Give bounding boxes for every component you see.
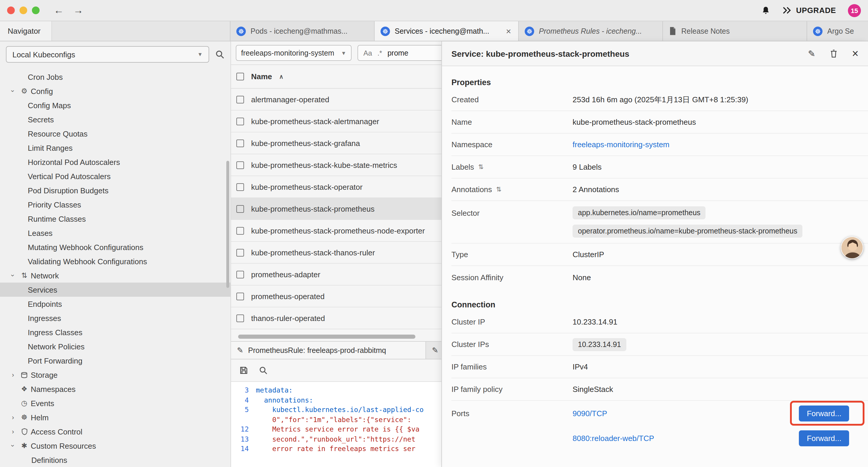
select-all-checkbox[interactable] xyxy=(236,73,244,80)
list-search-input[interactable]: Aa .* prome xyxy=(358,45,441,61)
table-row[interactable]: kube-prometheus-stack-kube-state-metrics xyxy=(231,154,441,176)
sidebar-item-leases[interactable]: Leases xyxy=(0,226,230,240)
row-checkbox[interactable] xyxy=(236,139,244,147)
notification-count-badge[interactable]: 15 xyxy=(848,4,861,17)
history-navigation: ← → xyxy=(54,4,83,16)
table-row[interactable]: kube-prometheus-stack-grafana xyxy=(231,133,441,154)
row-checkbox[interactable] xyxy=(236,161,244,169)
sidebar-item-vertical-pod-autoscalers[interactable]: Vertical Pod Autoscalers xyxy=(0,169,230,183)
row-checkbox[interactable] xyxy=(236,249,244,256)
sidebar-item-limit-ranges[interactable]: Limit Ranges xyxy=(0,141,230,155)
close-drawer-icon[interactable]: × xyxy=(852,48,859,59)
tab-release-notes[interactable]: Release Notes xyxy=(663,21,807,41)
horizontal-scrollbar-thumb[interactable] xyxy=(238,334,415,339)
forward-button[interactable]: Forward... xyxy=(799,430,849,446)
sort-ascending-icon[interactable]: ∧ xyxy=(279,73,284,80)
sidebar-item-pod-disruption-budgets[interactable]: Pod Disruption Budgets xyxy=(0,183,230,198)
zoom-window-button[interactable] xyxy=(32,6,39,14)
sidebar-item-config-maps[interactable]: Config Maps xyxy=(0,98,230,112)
application-window: ← → UPGRADE 15 Navigator ☸ Pods - iceche… xyxy=(0,0,868,467)
namespace-link[interactable]: freeleaps-monitoring-system xyxy=(572,140,670,149)
row-checkbox[interactable] xyxy=(236,117,244,125)
sidebar-item-mutating-webhook-configurations[interactable]: Mutating Webhook Configurations xyxy=(0,240,230,254)
table-row[interactable]: kube-prometheus-stack-prometheus-node-ex… xyxy=(231,220,441,242)
sidebar-item-secrets[interactable]: Secrets xyxy=(0,112,230,126)
sidebar-group-config[interactable]: ›⚙Config xyxy=(0,84,230,98)
sidebar-search-icon[interactable] xyxy=(215,50,224,59)
navigator-sidebar: Local Kubeconfigs ▼ Cron Jobs ›⚙Config C… xyxy=(0,41,230,467)
row-checkbox[interactable] xyxy=(236,314,244,322)
sidebar-item-namespaces[interactable]: ❖Namespaces xyxy=(0,382,230,396)
sidebar-item-network-policies[interactable]: Network Policies xyxy=(0,339,230,353)
sidebar-group-custom-resources[interactable]: ›✱Custom Resources xyxy=(0,439,230,453)
sidebar-item-ingress-classes[interactable]: Ingress Classes xyxy=(0,325,230,339)
delete-trash-icon[interactable] xyxy=(830,49,838,58)
row-checkbox[interactable] xyxy=(236,270,244,278)
sidebar-item-definitions[interactable]: Definitions xyxy=(0,453,230,467)
save-icon[interactable] xyxy=(239,366,248,375)
sidebar-group-helm[interactable]: ›☸Helm xyxy=(0,410,230,425)
navigator-panel-header[interactable]: Navigator xyxy=(0,21,52,41)
tab-pods[interactable]: ☸ Pods - icecheng@mathmas... xyxy=(230,21,375,41)
sidebar-item-runtime-classes[interactable]: Runtime Classes xyxy=(0,212,230,226)
sidebar-item-validating-webhook-configurations[interactable]: Validating Webhook Configurations xyxy=(0,254,230,268)
editor-tab-next-partial[interactable]: ✎ xyxy=(426,342,441,359)
row-checkbox[interactable] xyxy=(236,183,244,191)
custom-resources-icon: ✱ xyxy=(18,442,31,450)
sidebar-scrollbar[interactable] xyxy=(226,161,229,288)
table-row-selected[interactable]: kube-prometheus-stack-prometheus xyxy=(231,198,441,220)
table-row[interactable]: alertmanager-operated xyxy=(231,89,441,111)
edit-pencil-icon: ✎ xyxy=(237,346,243,355)
edit-pencil-icon[interactable]: ✎ xyxy=(808,48,815,59)
tab-argo[interactable]: ☸ Argo Se xyxy=(807,21,868,41)
table-row[interactable]: kube-prometheus-stack-thanos-ruler xyxy=(231,242,441,264)
sidebar-group-access-control[interactable]: ›Access Control xyxy=(0,425,230,439)
sidebar-group-network[interactable]: ›⇅Network xyxy=(0,268,230,283)
sidebar-item-horizontal-pod-autoscalers[interactable]: Horizontal Pod Autoscalers xyxy=(0,155,230,169)
expand-annotations-icon[interactable]: ⇅ xyxy=(496,185,501,193)
sidebar-item-endpoints[interactable]: Endpoints xyxy=(0,297,230,311)
table-row[interactable]: prometheus-adapter xyxy=(231,264,441,286)
sidebar-item-events[interactable]: ◷Events xyxy=(0,396,230,410)
row-checkbox[interactable] xyxy=(236,205,244,212)
sidebar-item-resource-quotas[interactable]: Resource Quotas xyxy=(0,126,230,141)
tab-prometheus-rules[interactable]: ☸ Prometheus Rules - icecheng... xyxy=(519,21,663,41)
kubeconfig-selector[interactable]: Local Kubeconfigs ▼ xyxy=(6,46,209,63)
upgrade-button[interactable]: UPGRADE xyxy=(782,6,836,15)
tab-services[interactable]: ☸ Services - icecheng@math... × xyxy=(375,21,519,41)
namespace-filter-dropdown[interactable]: freeleaps-monitoring-system ▼ xyxy=(236,45,351,61)
table-row[interactable]: prometheus-operated xyxy=(231,286,441,308)
match-case-toggle[interactable]: Aa xyxy=(363,49,372,57)
row-checkbox[interactable] xyxy=(236,292,244,300)
minimize-window-button[interactable] xyxy=(20,6,27,14)
sidebar-item-cron-jobs[interactable]: Cron Jobs xyxy=(0,70,230,84)
user-avatar[interactable] xyxy=(841,236,863,259)
row-checkbox[interactable] xyxy=(236,227,244,234)
port-link[interactable]: 8080:reloader-web/TCP xyxy=(572,434,654,442)
sidebar-item-priority-classes[interactable]: Priority Classes xyxy=(0,198,230,212)
regex-toggle[interactable]: .* xyxy=(377,49,382,57)
close-tab-icon[interactable]: × xyxy=(505,26,512,36)
drawer-actions: ✎ × xyxy=(808,48,859,59)
expand-labels-icon[interactable]: ⇅ xyxy=(478,163,484,171)
field-row-port-2: 8080:reloader-web/TCP Forward... xyxy=(452,426,868,450)
port-link[interactable]: 9090/TCP xyxy=(572,409,607,418)
table-row[interactable]: kube-prometheus-stack-operator xyxy=(231,176,441,198)
close-window-button[interactable] xyxy=(7,6,15,14)
sidebar-item-port-forwarding[interactable]: Port Forwarding xyxy=(0,353,230,368)
table-row[interactable]: thanos-ruler-operated xyxy=(231,308,441,329)
back-button[interactable]: ← xyxy=(54,4,64,16)
forward-button[interactable]: Forward... xyxy=(799,405,849,421)
chevron-right-icon: › xyxy=(8,428,18,435)
yaml-editor[interactable]: 3metadata: 4 annotations: 5 kubectl.kube… xyxy=(231,382,441,467)
notifications-bell-icon[interactable] xyxy=(761,5,771,16)
row-checkbox[interactable] xyxy=(236,95,244,103)
name-column-header[interactable]: Name xyxy=(251,72,272,81)
table-row[interactable]: kube-prometheus-stack-alertmanager xyxy=(231,111,441,133)
forward-button[interactable]: → xyxy=(73,4,83,16)
editor-search-icon[interactable] xyxy=(259,366,268,375)
editor-tab-prometheusrule[interactable]: ✎ PrometheusRule: freeleaps-prod-rabbitm… xyxy=(231,342,426,359)
sidebar-item-services[interactable]: Services xyxy=(0,283,230,297)
sidebar-item-ingresses[interactable]: Ingresses xyxy=(0,311,230,325)
sidebar-group-storage[interactable]: ›Storage xyxy=(0,368,230,382)
